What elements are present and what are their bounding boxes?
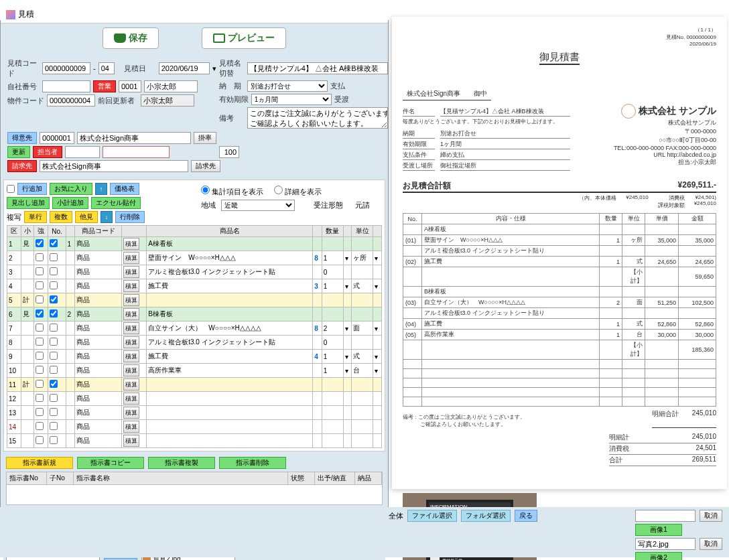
tokuisaki-code[interactable] [40, 132, 74, 144]
tantou-button[interactable]: 担当者 [33, 146, 62, 158]
valid-select[interactable]: 1ヵ月間 [251, 94, 332, 105]
preview-icon [213, 33, 225, 43]
instruction-panel: 指示書新規 指示書コピー 指示書複製 指示書削除 指示書No 子No 指示書名称… [3, 454, 385, 508]
seikyusaki-button[interactable]: 請求先 [191, 160, 220, 172]
bottom-strip: 全体 ファイル選択 フォルダ選択 戻る 取消 画像1 取消 画像2 [0, 507, 729, 557]
table-row[interactable]: 9商品積算施工費41▾式▾ [7, 350, 382, 364]
excel-paste-button[interactable]: エクセル貼付 [91, 197, 141, 209]
prop-code[interactable] [47, 94, 95, 107]
seikyusaki-name[interactable] [40, 160, 188, 172]
back-button-2[interactable]: 戻る [515, 510, 537, 522]
report-company: 株式会社 サンプル 株式会社サンプル 〒000-0000 ○○市○○町0丁目00… [576, 104, 716, 167]
estimate-name[interactable] [247, 62, 388, 74]
tantou-name[interactable] [103, 146, 170, 158]
code2-input[interactable] [98, 62, 115, 74]
table-row[interactable]: 10商品積算高所作業車1▾台▾ [7, 364, 382, 378]
instr-table-body [6, 485, 383, 505]
save-icon [114, 33, 126, 43]
sales-name[interactable] [144, 80, 198, 92]
title-bar: 見積 [1, 6, 388, 23]
report-preview: （1 / 1） 見積No. 0000000009 2020/06/19 御見積書… [392, 17, 727, 489]
date-input[interactable] [159, 62, 210, 74]
main-panel: 行追加 お気に入り ↑ 価格表 見出し追加 小計追加 エクセル貼付 複写 単行 … [3, 180, 385, 451]
file-select-button-2[interactable]: ファイル選択 [407, 510, 457, 522]
tokuisaki-name[interactable] [77, 132, 191, 144]
rate-button[interactable]: 掛率 [194, 132, 216, 144]
single-button[interactable]: 単行 [24, 211, 47, 223]
prev-updater [141, 94, 194, 107]
tantou-code[interactable] [65, 146, 100, 158]
report-table: No.内容・仕様数量単位単価金額 A棟看板(01)壁面サイン W○○○○×H△△… [403, 213, 716, 407]
table-row[interactable]: 6見2商品積算B棟看板 [7, 307, 382, 322]
arrow-up-icon[interactable]: ↑ [95, 183, 107, 195]
multi-button[interactable]: 複数 [50, 211, 72, 223]
sales-button[interactable]: 営業 [93, 80, 116, 92]
table-row[interactable]: 3商品積算アルミ複合板t3.0 インクジェットシート貼0 [7, 265, 382, 279]
tantou-val[interactable] [219, 146, 239, 158]
label-date: 見積日 [124, 64, 156, 74]
company-no-input[interactable] [42, 80, 90, 92]
label-name: 見積名 切替 [219, 58, 245, 78]
other-button[interactable]: 他見 [75, 211, 98, 223]
instr-new-button[interactable]: 指示書新規 [6, 457, 73, 469]
region-select[interactable]: 近畿 [221, 200, 295, 211]
field-blank[interactable] [635, 510, 695, 522]
code-input[interactable] [42, 62, 90, 74]
delivery-select[interactable]: 別途お打合せ [247, 80, 328, 92]
instr-del-button[interactable]: 指示書削除 [219, 457, 286, 469]
report-totals: 明細計245,010消費税24,501合計269,511 [609, 432, 716, 466]
cancel-button-2[interactable]: 取消 [700, 538, 722, 550]
label-valid: 有効期限 [219, 94, 249, 104]
label-note: 備考 [219, 113, 245, 123]
add-subtotal-button[interactable]: 小計追加 [52, 197, 88, 209]
window-title: 見積 [18, 9, 34, 20]
table-row[interactable]: 14商品積算 [7, 420, 382, 434]
save-button[interactable]: 保存 [103, 27, 159, 49]
image2-label[interactable]: 画像2 [635, 552, 682, 560]
table-row[interactable]: 15商品積算 [7, 434, 382, 448]
label-code: 見積コード [7, 58, 40, 78]
toolbar: 保存 プレビュー [1, 21, 388, 56]
company-seal-icon [621, 104, 636, 119]
app-window: 見積 保存 プレビュー 見積コード - 見積日 ▾ [0, 20, 389, 549]
instr-table-header: 指示書No 子No 指示書名称 状態 出予/納直 納品 [6, 472, 383, 485]
table-row[interactable]: 1見1商品積算A棟看板 [7, 237, 382, 251]
del-row-button[interactable]: 行削除 [115, 211, 145, 223]
table-row[interactable]: 4商品積算施工費31▾式▾ [7, 279, 382, 293]
table-row[interactable]: 7商品積算自立サイン（大） W○○○○×H△△△△82▾面▾ [7, 322, 382, 336]
table-row[interactable]: 5計商品積算 [7, 293, 382, 307]
update-button[interactable]: 更新 [7, 146, 30, 158]
add-heading-button[interactable]: 見出し追加 [7, 197, 50, 209]
row-check[interactable] [7, 185, 15, 193]
price-table-button[interactable]: 価格表 [110, 183, 139, 195]
preview-button[interactable]: プレビュー [202, 27, 286, 49]
cancel-button-1[interactable]: 取消 [700, 510, 722, 522]
items-table: 区小強No.商品コード商品名数量単位 1見1商品積算A棟看板2商品積算壁面サイン… [7, 225, 382, 448]
table-row[interactable]: 8商品積算アルミ複合板t3.0 インクジェットシート貼0 [7, 336, 382, 350]
arrow-down-icon[interactable]: ↓ [101, 211, 113, 223]
seikyusaki-label-button[interactable]: 請求先 [7, 160, 37, 172]
table-row[interactable]: 12商品積算 [7, 392, 382, 406]
image1-label[interactable]: 画像1 [635, 524, 682, 536]
add-row-button[interactable]: 行追加 [17, 183, 47, 195]
label-delivery: 納 期 [219, 81, 245, 91]
dropdown-icon[interactable]: ▾ [212, 64, 216, 73]
table-row[interactable]: 2商品積算壁面サイン W○○○○×H△△△81▾ヶ所▾ [7, 251, 382, 265]
label-prop-code: 物件コード [7, 96, 44, 106]
report-title: 御見積書 [539, 51, 580, 65]
folder-select-button-2[interactable]: フォルダ選択 [461, 510, 511, 522]
label-company-no: 自社番号 [7, 82, 40, 92]
sales-code[interactable] [119, 80, 141, 92]
note-input[interactable]: この度はご注文誠にありがとうございます。 ご確認よろしくお願いいたします。 [247, 107, 388, 129]
instr-dup-button[interactable]: 指示書複製 [148, 457, 215, 469]
tokuisaki-button[interactable]: 得意先 [7, 132, 37, 144]
radio-detail[interactable]: 詳細を表示 [274, 186, 322, 197]
label-prev-updater: 前回更新者 [98, 96, 138, 106]
image1-value[interactable] [635, 538, 695, 550]
instr-copy-button[interactable]: 指示書コピー [77, 457, 144, 469]
report-customer: 株式会社Sign商事 御中 [403, 88, 491, 100]
table-row[interactable]: 13商品積算 [7, 406, 382, 420]
radio-summary[interactable]: 集計項目を表示 [201, 186, 263, 197]
table-row[interactable]: 11計商品積算 [7, 378, 382, 392]
favorite-button[interactable]: お気に入り [50, 183, 92, 195]
